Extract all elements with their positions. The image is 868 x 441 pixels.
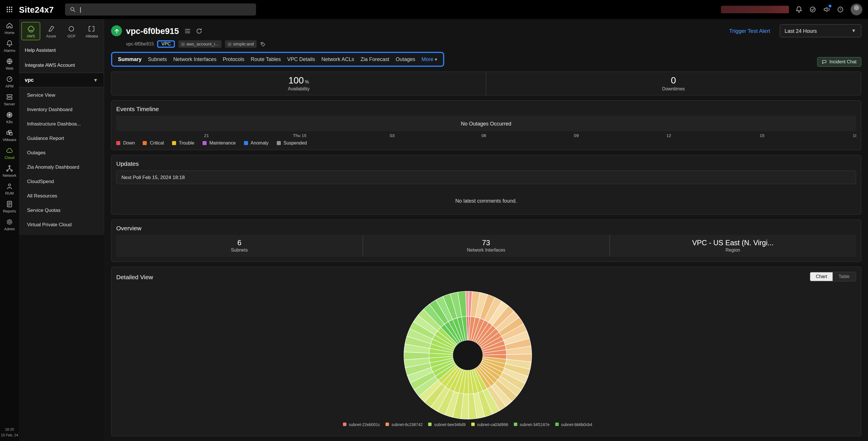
- rail-item-label: VMware: [3, 138, 17, 142]
- toggle-chart[interactable]: Chart: [810, 272, 833, 281]
- legend-item: subnet-bee346d9: [428, 422, 465, 426]
- rail-item-vmware[interactable]: VMware: [0, 126, 19, 144]
- sidebar-item[interactable]: Virtual Private Cloud: [19, 217, 103, 231]
- breadcrumb[interactable]: vpc-6f0be915: [126, 41, 154, 47]
- legend-swatch: [386, 422, 389, 426]
- monitor-selector-dropdown[interactable]: vpc ▼: [19, 72, 103, 88]
- tab-network-acls[interactable]: Network ACLs: [321, 56, 354, 62]
- rail-item-web[interactable]: Web: [0, 55, 19, 72]
- downtimes-value: 0: [671, 76, 676, 86]
- site24x7-logo: Site24x7: [19, 5, 54, 14]
- legend-swatch: [143, 141, 147, 145]
- sidebar-item[interactable]: Infrastructure Dashboa...: [19, 116, 103, 131]
- provider-tab-gcp[interactable]: GCP: [62, 22, 81, 40]
- bell-icon: [6, 40, 13, 47]
- health-status-icon[interactable]: [809, 6, 816, 13]
- rail-item-apm[interactable]: APM: [0, 72, 19, 90]
- time-range-dropdown[interactable]: Last 24 Hours ▼: [779, 24, 861, 37]
- tab-summary[interactable]: Summary: [118, 56, 142, 62]
- tab-network-interfaces[interactable]: Network Interfaces: [173, 56, 216, 62]
- provider-label: Alibaba: [86, 34, 98, 38]
- provider-tab-azure[interactable]: Azure: [42, 22, 61, 40]
- sidebar-link[interactable]: Help Assistant: [19, 42, 103, 58]
- tab-outages[interactable]: Outages: [396, 56, 415, 62]
- tab-zia-forecast[interactable]: Zia Forecast: [361, 56, 389, 62]
- availability-stat: 100% Availability: [112, 72, 486, 95]
- refresh-icon[interactable]: [196, 27, 203, 34]
- monitor-status-up-icon: [111, 25, 122, 36]
- chart-table-toggle: ChartTable: [810, 272, 856, 282]
- monitor-type-chip[interactable]: VPC: [157, 40, 175, 48]
- rail-item-k8s[interactable]: K8s: [0, 108, 19, 126]
- tab-vpc-details[interactable]: VPC Details: [287, 56, 315, 62]
- rail-item-server[interactable]: Server: [0, 90, 19, 108]
- tab-more[interactable]: More ▾: [422, 56, 437, 62]
- svg-text:?: ?: [839, 8, 841, 11]
- rail-item-home[interactable]: Home: [0, 19, 19, 37]
- tag-chip[interactable]: simple:and: [225, 40, 257, 48]
- server-icon: [6, 93, 13, 101]
- provider-tab-aws[interactable]: AWS: [21, 22, 40, 40]
- primary-nav-rail: HomeAlarmsWebAPMServerK8sVMwareCloudNetw…: [0, 19, 19, 441]
- alibaba-icon: [88, 25, 96, 33]
- no-outages-text: No Outages Occurred: [461, 121, 511, 126]
- axis-tick-label: 15: [760, 133, 765, 138]
- tab-route-tables[interactable]: Route Tables: [251, 56, 281, 62]
- legend-swatch: [343, 422, 347, 426]
- tag-swatch: [228, 42, 231, 46]
- rail-item-alarms[interactable]: Alarms: [0, 37, 19, 55]
- downtimes-stat: 0 Downtimes: [486, 72, 861, 95]
- bell-icon[interactable]: [795, 6, 802, 13]
- overview-stat: VPC - US East (N. Virgi...Region: [609, 235, 856, 257]
- legend-swatch: [116, 141, 120, 145]
- app-grid-icon[interactable]: [6, 6, 13, 13]
- tab-bar-row: SummarySubnetsNetwork InterfacesProtocol…: [111, 52, 861, 67]
- tag-swatch: [181, 42, 185, 46]
- help-icon[interactable]: ?: [836, 6, 844, 13]
- tag-chip[interactable]: aws_account_i...: [178, 40, 221, 48]
- legend-item: Critical: [143, 141, 164, 146]
- rail-item-network[interactable]: Network: [0, 162, 19, 180]
- sidebar-item[interactable]: Guidance Report: [19, 131, 103, 145]
- rail-item-cloud[interactable]: Cloud: [0, 144, 19, 162]
- axis-tick-label: 18: [853, 133, 856, 138]
- rail-item-admin[interactable]: Admin: [0, 215, 19, 233]
- provider-tab-alibaba[interactable]: Alibaba: [82, 22, 101, 40]
- incident-chat-button[interactable]: Incident Chat: [817, 57, 861, 67]
- sunburst-legend: subnet-22eb001csubnet-6c238742subnet-bee…: [343, 421, 592, 430]
- rail-item-label: Reports: [3, 209, 16, 213]
- sidebar-link[interactable]: Integrate AWS Account: [19, 58, 103, 72]
- trigger-test-alert-link[interactable]: Trigger Test Alert: [729, 28, 770, 34]
- rail-item-rum[interactable]: RUM: [0, 180, 19, 198]
- hamburger-menu-icon[interactable]: [184, 27, 191, 34]
- overview-card: Overview 6Subnets73Network InterfacesVPC…: [111, 219, 861, 262]
- rail-item-label: Home: [5, 31, 15, 34]
- sidebar-item[interactable]: Service Quotas: [19, 203, 103, 217]
- user-avatar[interactable]: [850, 3, 862, 16]
- axis-tick-label: 12: [666, 133, 671, 138]
- axis-tick-label: 09: [574, 133, 579, 138]
- overview-value: 73: [482, 239, 490, 247]
- sunburst-chart[interactable]: [402, 289, 534, 421]
- section-title: Updates: [112, 155, 861, 169]
- events-timeline-card: Events Timeline No Outages Occurred 21Th…: [111, 100, 861, 150]
- tab-protocols[interactable]: Protocols: [223, 56, 244, 62]
- chat-icon: [822, 59, 827, 64]
- tag-icon[interactable]: [260, 41, 266, 47]
- sidebar-item[interactable]: Outages: [19, 145, 103, 159]
- main-content: vpc-6f0be915 Trigger Test Alert Last 24 …: [104, 19, 868, 441]
- sidebar-item[interactable]: CloudSpend: [19, 174, 103, 188]
- announcements-icon[interactable]: [823, 6, 830, 13]
- global-search-input[interactable]: |: [65, 3, 256, 16]
- rail-item-label: Alarms: [4, 48, 15, 52]
- sidebar-item[interactable]: Zia Anomaly Dashboard: [19, 159, 103, 174]
- chevron-down-icon: ▾: [435, 57, 437, 62]
- toggle-table[interactable]: Table: [833, 272, 855, 281]
- sidebar-item[interactable]: All Resources: [19, 188, 103, 203]
- legend-item: subnet-6c238742: [386, 422, 423, 426]
- sidebar-item[interactable]: Service View: [19, 88, 103, 102]
- legend-item: subnet-ca03d996: [471, 422, 508, 426]
- sidebar-item[interactable]: Inventory Dashboard: [19, 102, 103, 116]
- rail-item-reports[interactable]: Reports: [0, 198, 19, 215]
- tab-subnets[interactable]: Subnets: [148, 56, 167, 62]
